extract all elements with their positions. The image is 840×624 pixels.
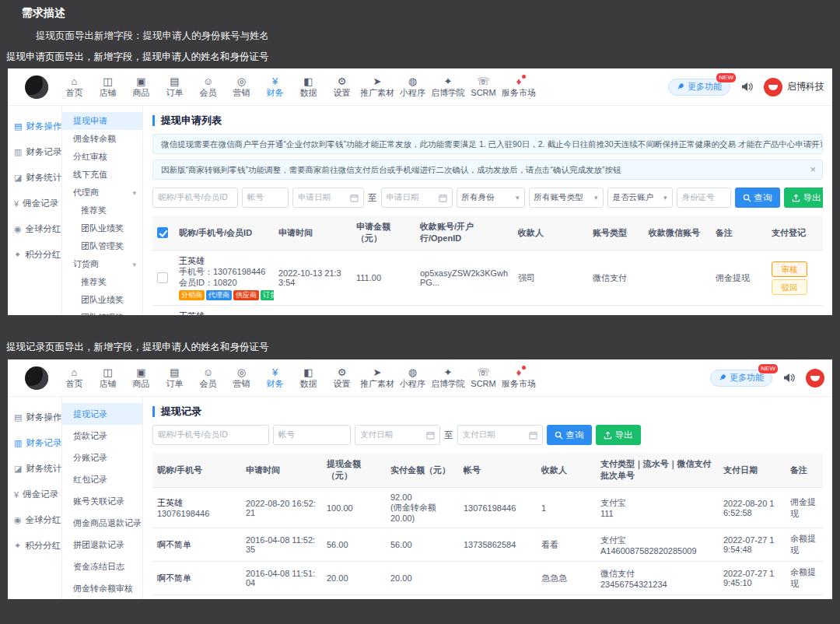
id-number-input[interactable]: 身份证号 [677, 188, 731, 208]
menu-item-label: 资金冻结日志 [73, 561, 124, 573]
nav-item-miniapp[interactable]: ◍小程序 [396, 75, 429, 98]
row-checkbox[interactable] [157, 272, 168, 283]
nav-item-finance[interactable]: ¥财务 [258, 366, 292, 389]
menu-item-8[interactable]: 佣金转余额审核 [62, 577, 142, 599]
keyword-input[interactable]: 昵称/手机号/会员ID [152, 425, 269, 445]
nav-item-shop[interactable]: ◫店铺 [91, 75, 124, 98]
menu-item-5[interactable]: 推荐奖 [62, 202, 142, 219]
sidebar-item-globe[interactable]: ◉全球分红 [8, 216, 61, 242]
menu-item-3[interactable]: 线下充值 [62, 166, 142, 184]
menu-item-7[interactable]: 资金冻结日志 [62, 556, 142, 577]
nav-item-home[interactable]: ⌂首页 [58, 75, 91, 98]
menu-item-6[interactable]: 拼团退款记录 [62, 534, 142, 556]
sidebar-item-label: 财务统计 [26, 172, 61, 184]
nav-item-home[interactable]: ⌂首页 [58, 366, 91, 389]
menu-item-7[interactable]: 团队管理奖 [62, 237, 142, 255]
reject-button[interactable]: 驳回 [772, 279, 807, 295]
nav-item-settings[interactable]: ⚙设置 [325, 75, 359, 98]
nav-item-member[interactable]: ☺会员 [191, 366, 225, 389]
nav-item-promo[interactable]: ➤推广素材 [359, 75, 396, 98]
column-header-1: 申请时间 [274, 216, 352, 251]
menu-item-0[interactable]: 提现记录 [62, 403, 142, 425]
menu-item-1[interactable]: 佣金转余额 [62, 130, 142, 148]
apply-date-start[interactable]: 申请日期 [292, 188, 364, 208]
nav-item-market[interactable]: ♦服务市场 [500, 366, 537, 389]
account-input[interactable]: 帐号 [273, 425, 351, 445]
nav-item-miniapp[interactable]: ◍小程序 [396, 366, 429, 389]
nav-item-finance[interactable]: ¥财务 [258, 75, 292, 98]
account-type-select[interactable]: 所有账号类型▾ [529, 188, 604, 208]
sidebar-item-records[interactable]: ▥财务记录 [8, 139, 61, 165]
pay-type-cell: 支付宝 A1460087582820285009 [596, 528, 719, 562]
cloud-account-select[interactable]: 是否云账户▾ [607, 188, 673, 208]
nav-item-label: 会员 [193, 379, 223, 389]
menu-item-2[interactable]: 分账记录 [62, 447, 142, 468]
menu-item-8[interactable]: 订货商▾ [62, 255, 142, 273]
search-button[interactable]: 查询 [547, 425, 592, 445]
nav-item-order[interactable]: ▤订单 [158, 75, 191, 98]
select-all-checkbox[interactable] [157, 227, 168, 238]
export-button[interactable]: 导出 [784, 188, 824, 208]
menu-item-label: 推荐奖 [81, 276, 107, 288]
sidebar-item-label: 财务操作 [26, 412, 61, 423]
nav-item-settings[interactable]: ⚙设置 [325, 366, 359, 389]
menu-item-3[interactable]: 红包记录 [62, 468, 142, 490]
identity-select[interactable]: 所有身份▾ [457, 188, 525, 208]
nav-item-shop[interactable]: ◫店铺 [91, 366, 124, 389]
export-button[interactable]: 导出 [596, 425, 641, 445]
nav-item-scrm[interactable]: ☏SCRM [467, 75, 500, 98]
sidebar-item-records[interactable]: ▥财务记录 [8, 430, 61, 456]
nav-item-market[interactable]: ♦服务市场 [500, 75, 537, 98]
nav-item-college[interactable]: ✦启博学院 [429, 75, 467, 98]
search-button[interactable]: 查询 [735, 188, 780, 208]
more-features-button[interactable]: 更多功能NEW [668, 79, 730, 96]
announcement-icon[interactable] [783, 373, 795, 383]
sidebar-item-points[interactable]: ✦积分分红 [8, 242, 61, 268]
nav-item-college[interactable]: ✦启博学院 [429, 366, 467, 389]
pay-date-end[interactable]: 支付日期 [457, 425, 543, 445]
menu-item-label: 红包记录 [73, 474, 107, 486]
apply-date-end[interactable]: 申请日期 [381, 188, 453, 208]
page-title: 提现申请列表 [152, 115, 823, 126]
sidebar-item-globe[interactable]: ◉全球分红 [8, 507, 61, 533]
approve-button[interactable]: 审核 [772, 261, 807, 277]
sidebar-item-points[interactable]: ✦积分分红 [8, 533, 61, 559]
announcement-icon[interactable] [741, 82, 753, 92]
menu-item-11[interactable]: 团队管理奖 [62, 309, 142, 315]
sidebar-item-label: 财务记录 [26, 437, 61, 449]
menu-item-9[interactable]: 推荐奖 [62, 273, 142, 291]
sidebar-item-commission[interactable]: ¥佣金记录 [8, 191, 61, 216]
keyword-input[interactable]: 昵称/手机号/会员ID [152, 188, 238, 208]
nav-item-goods[interactable]: ▣商品 [124, 366, 158, 389]
nav-item-goods[interactable]: ▣商品 [124, 75, 158, 98]
menu-item-0[interactable]: 提现申请 [62, 112, 142, 130]
nav-item-scrm[interactable]: ☏SCRM [467, 366, 500, 389]
table-row: 王英雄手机号：13076198446会员ID：10820分销商代理商供应商订货商… [152, 306, 823, 316]
account-input[interactable]: 帐号 [242, 188, 289, 208]
close-icon[interactable]: × [810, 160, 816, 179]
column-header-1: 申请时间 [241, 453, 322, 488]
menu-item-5[interactable]: 佣金商品退款记录 [62, 512, 142, 534]
nav-item-promo[interactable]: ➤推广素材 [359, 366, 396, 389]
sidebar-item-stats[interactable]: ◪财务统计 [8, 456, 61, 482]
close-icon[interactable]: × [810, 135, 816, 153]
menu-item-1[interactable]: 货款记录 [62, 425, 142, 447]
sidebar-item-stats[interactable]: ◪财务统计 [8, 165, 61, 191]
more-features-button[interactable]: 更多功能NEW [710, 370, 772, 387]
nav-item-data[interactable]: ◧数据 [292, 75, 325, 98]
nav-item-data[interactable]: ◧数据 [292, 366, 325, 389]
menu-item-4[interactable]: 代理商▾ [62, 184, 142, 202]
requirement-title: 需求描述 [22, 6, 65, 20]
nav-item-order[interactable]: ▤订单 [158, 366, 191, 389]
pay-date-start[interactable]: 支付日期 [355, 425, 440, 445]
nav-item-marketing[interactable]: ◎营销 [225, 75, 258, 98]
sidebar-item-ops[interactable]: ▤财务操作 [8, 405, 61, 430]
menu-item-2[interactable]: 分红审核 [62, 148, 142, 166]
menu-item-6[interactable]: 团队业绩奖 [62, 219, 142, 237]
menu-item-10[interactable]: 团队业绩奖 [62, 291, 142, 309]
menu-item-4[interactable]: 账号关联记录 [62, 490, 142, 512]
nav-item-member[interactable]: ☺会员 [191, 75, 225, 98]
nav-item-marketing[interactable]: ◎营销 [225, 366, 258, 389]
sidebar-item-ops[interactable]: ▤财务操作 [8, 114, 61, 139]
sidebar-item-commission[interactable]: ¥佣金记录 [8, 482, 61, 507]
